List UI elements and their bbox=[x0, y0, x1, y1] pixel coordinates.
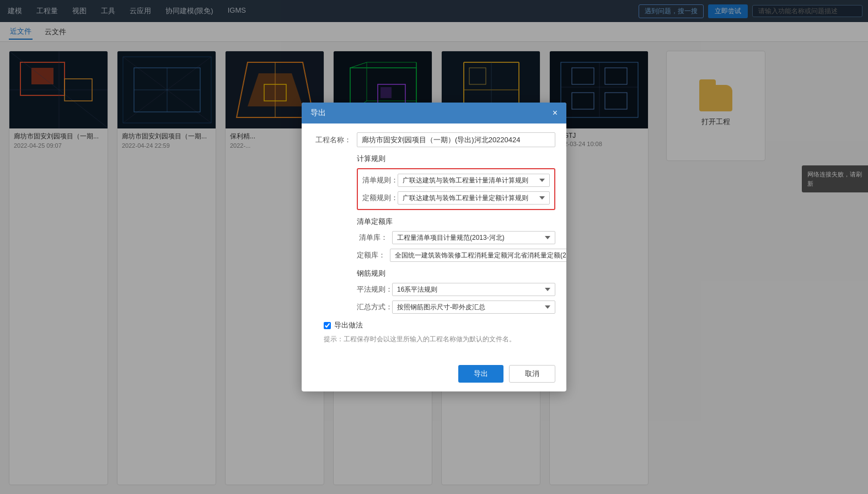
dialog-title: 导出 bbox=[310, 108, 326, 118]
pingfa-row: 平法规则： 16系平法规则 bbox=[357, 283, 555, 296]
export-dialog: 导出 × 工程名称： 计算规则 清单规则： 广联达建筑与装饰工程量计量清单计算规… bbox=[302, 103, 566, 391]
qingdan-select[interactable]: 广联达建筑与装饰工程量计量清单计算规则 bbox=[398, 174, 550, 187]
calc-rules-section-title: 计算规则 bbox=[357, 154, 555, 164]
rebar-section: 平法规则： 16系平法规则 汇总方式： 按照钢筋图示尺寸-即外皮汇总 bbox=[357, 283, 555, 314]
project-name-row: 工程名称： bbox=[313, 132, 555, 147]
project-name-label: 工程名称： bbox=[313, 135, 351, 145]
dialog-close-button[interactable]: × bbox=[553, 109, 558, 117]
huizong-row: 汇总方式： 按照钢筋图示尺寸-即外皮汇总 bbox=[357, 300, 555, 314]
qingdan-ku-row: 清单库： 工程量清单项目计量规范(2013-河北) bbox=[357, 231, 555, 244]
red-border-section: 清单规则： 广联达建筑与装饰工程量计量清单计算规则 定额规则： 广联达建筑与装饰… bbox=[357, 168, 555, 210]
dialog-body: 工程名称： 计算规则 清单规则： 广联达建筑与装饰工程量计量清单计算规则 定额规… bbox=[302, 124, 566, 359]
qingdan-row: 清单规则： 广联达建筑与装饰工程量计量清单计算规则 bbox=[362, 174, 550, 187]
quota-section-title: 清单定额库 bbox=[357, 217, 555, 227]
export-button[interactable]: 导出 bbox=[458, 365, 503, 383]
dialog-header: 导出 × bbox=[302, 103, 566, 124]
hint-text: 提示：工程保存时会以这里所输入的工程名称做为默认的文件名。 bbox=[324, 335, 555, 344]
dinge-ku-row: 定额库： 全国统一建筑装饰装修工程消耗量定额河北省消耗量定额(2012) bbox=[357, 249, 555, 262]
dinge-select[interactable]: 广联达建筑与装饰工程量计量定额计算规则 bbox=[398, 191, 550, 205]
qingdan-ku-label: 清单库： bbox=[357, 233, 388, 243]
dinge-row: 定额规则： 广联达建筑与装饰工程量计量定额计算规则 bbox=[362, 191, 550, 205]
dialog-footer: 导出 取消 bbox=[302, 359, 566, 391]
export-zuofa-label: 导出做法 bbox=[334, 320, 363, 330]
cancel-button[interactable]: 取消 bbox=[509, 365, 555, 383]
pingfa-label: 平法规则： bbox=[357, 284, 388, 294]
dialog-overlay: 导出 × 工程名称： 计算规则 清单规则： 广联达建筑与装饰工程量计量清单计算规… bbox=[0, 0, 868, 494]
dinge-ku-select[interactable]: 全国统一建筑装饰装修工程消耗量定额河北省消耗量定额(2012) bbox=[390, 249, 566, 262]
dinge-ku-label: 定额库： bbox=[357, 250, 385, 260]
huizong-select[interactable]: 按照钢筋图示尺寸-即外皮汇总 bbox=[392, 300, 555, 314]
export-zuofa-row: 导出做法 bbox=[324, 320, 555, 330]
qingdan-ku-select[interactable]: 工程量清单项目计量规范(2013-河北) bbox=[392, 231, 555, 244]
export-zuofa-checkbox[interactable] bbox=[324, 322, 331, 329]
dinge-label: 定额规则： bbox=[362, 193, 393, 203]
pingfa-select[interactable]: 16系平法规则 bbox=[392, 283, 555, 296]
qingdan-label: 清单规则： bbox=[362, 175, 393, 185]
project-name-input[interactable] bbox=[357, 132, 555, 147]
rebar-section-title: 钢筋规则 bbox=[357, 269, 555, 278]
huizong-label: 汇总方式： bbox=[357, 302, 388, 312]
quota-section: 清单库： 工程量清单项目计量规范(2013-河北) 定额库： 全国统一建筑装饰装… bbox=[357, 231, 555, 262]
